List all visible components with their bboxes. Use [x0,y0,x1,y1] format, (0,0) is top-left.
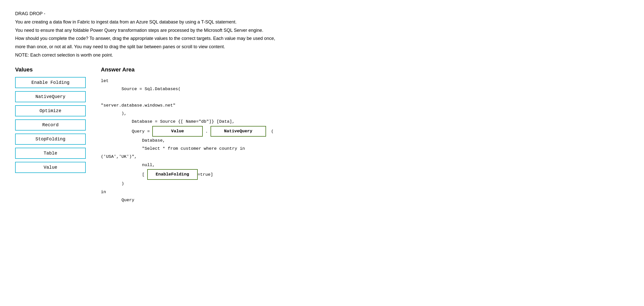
code-query-ref: Query [122,198,134,202]
main-layout: Values Enable Folding NativeQuery Optimi… [15,66,629,204]
code-close-paren: ), [122,111,127,116]
code-server: "server.database.windows.net" [101,103,175,108]
answer-panel: Answer Area let Source = Sql.Databases( … [101,66,629,204]
question-line-2: You need to ensure that any foldable Pow… [15,27,343,34]
code-dot: . [203,129,211,134]
code-database: Database = Source {[ Name="db"]} [Data], [132,119,235,124]
question-line-3: How should you complete the code? To ans… [15,35,343,42]
question-block: DRAG DROP - You are creating a data flow… [15,10,343,59]
question-title: DRAG DROP - [15,10,343,17]
code-select2: ('USA','UK')", [101,154,137,159]
question-line-1: You are creating a data flow in Fabric t… [15,18,343,26]
drop-target-1[interactable]: Value [152,126,203,137]
code-block: let Source = Sql.Databases( "server.data… [101,77,629,204]
code-open-paren2: ( [266,129,274,134]
answer-title: Answer Area [101,66,629,73]
value-value[interactable]: Value [15,162,86,173]
code-true: =true] [198,172,213,177]
code-query-assign: Query = [132,129,152,134]
code-source: Source = Sql.Databases( [122,87,181,91]
code-let: let [101,79,109,83]
code-close-paren2: ) [122,181,124,186]
drop-target-3[interactable]: EnableFolding [147,169,198,180]
value-native-query[interactable]: NativeQuery [15,91,86,102]
code-in: in [101,190,106,194]
question-line-5: NOTE: Each correct selection is worth on… [15,52,343,59]
code-bracket-open: [ [142,172,147,177]
values-title: Values [15,66,86,73]
code-null: null, [142,163,155,167]
value-record[interactable]: Record [15,119,86,131]
code-select: "Select * from customer where country in [142,146,245,151]
value-stop-folding[interactable]: StopFolding [15,134,86,145]
values-panel: Values Enable Folding NativeQuery Optimi… [15,66,86,176]
value-optimize[interactable]: Optimize [15,105,86,116]
value-enable-folding[interactable]: Enable Folding [15,77,86,88]
code-database2: Database, [142,138,165,143]
drop-target-2[interactable]: NativeQuery [211,126,266,137]
value-table[interactable]: Table [15,148,86,159]
question-line-4: more than once, or not at all. You may n… [15,43,343,50]
